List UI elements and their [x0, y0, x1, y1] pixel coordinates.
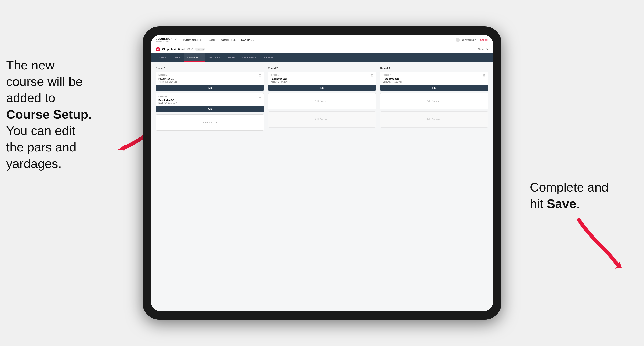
- course-a-label: (Course A): [158, 74, 167, 76]
- round3-course-a-label: (Course A): [383, 74, 392, 76]
- course-a-tee: Yellow (M) (6629 yds): [156, 81, 264, 85]
- tabs-bar: Details Teams Course Setup Tee Groups Re…: [151, 53, 493, 62]
- round-2-add-course-disabled: Add Course +: [268, 111, 376, 128]
- round-1-header: Round 1: [156, 67, 264, 70]
- round3-course-a-header: (Course A) ⊡: [380, 72, 488, 78]
- user-email: blair@clippd.io: [462, 39, 476, 41]
- round-2-add-course-button[interactable]: Add Course +: [268, 93, 376, 109]
- round-1-course-b-card: (Course B) ⊡ East Lake GC Black (M) (689…: [156, 93, 264, 112]
- hosting-badge: Hosting: [195, 48, 205, 51]
- nav-links: TOURNAMENTS TEAMS COMMITTEE RANKINGS: [182, 39, 456, 41]
- tab-printables[interactable]: Printables: [260, 53, 277, 62]
- course-b-name: East Lake GC: [156, 99, 264, 102]
- tab-results[interactable]: Results: [224, 53, 239, 62]
- annotation-right: Complete and hit Save.: [530, 179, 620, 212]
- round2-course-a-name: Peachtree GC: [268, 78, 376, 81]
- rounds-grid: Round 1 (Course A) ⊡ Peachtree GC Yellow…: [156, 67, 488, 307]
- round3-course-a-tee: Yellow (M) (6629 yds): [380, 81, 488, 85]
- round-1-course-b-edit-button[interactable]: Edit: [156, 106, 264, 112]
- course-a-delete-icon[interactable]: ⊡: [259, 74, 261, 77]
- course-a-name: Peachtree GC: [156, 78, 264, 81]
- tournament-name: Clippd Invitational: [162, 48, 185, 51]
- annotation-left: The new course will be added to Course S…: [6, 57, 112, 172]
- nav-rankings[interactable]: RANKINGS: [241, 39, 254, 41]
- arrow-right: [566, 216, 628, 269]
- round-3-course-a-edit-button[interactable]: Edit: [380, 85, 488, 91]
- separator: |: [478, 39, 478, 41]
- tournament-bar: C Clippd Invitational (Men) Hosting Canc…: [151, 45, 493, 53]
- tablet-screen: SCOREBOARD Powered by clippd TOURNAMENTS…: [151, 35, 493, 311]
- course-a-header: (Course A) ⊡: [156, 72, 264, 78]
- round-1-add-course-button[interactable]: Add Course +: [156, 114, 264, 131]
- round-2-course-a-edit-button[interactable]: Edit: [268, 85, 376, 91]
- tablet-device: SCOREBOARD Powered by clippd TOURNAMENTS…: [143, 26, 501, 320]
- course-b-tee: Black (M) (6891 yds): [156, 102, 264, 106]
- round-2-add-course-disabled-text: Add Course +: [314, 118, 330, 121]
- scoreboard-logo: SCOREBOARD Powered by clippd: [156, 37, 177, 42]
- round2-course-a-label: (Course A): [271, 74, 280, 76]
- powered-by: Powered by clippd: [156, 40, 177, 42]
- svg-marker-0: [118, 145, 125, 151]
- tab-teams[interactable]: Teams: [170, 53, 184, 62]
- tab-course-setup[interactable]: Course Setup: [184, 53, 205, 62]
- nav-committee[interactable]: COMMITTEE: [221, 39, 236, 41]
- round-3-header: Round 3: [380, 67, 488, 70]
- round-3-add-course-disabled-text: Add Course +: [427, 118, 442, 121]
- round-2-add-course-text: Add Course +: [314, 100, 330, 103]
- round-2-column: Round 2 (Course A) ⊡ Peachtree GC Yellow…: [268, 67, 376, 307]
- top-nav: SCOREBOARD Powered by clippd TOURNAMENTS…: [151, 35, 493, 45]
- round-3-add-course-button[interactable]: Add Course +: [380, 93, 488, 109]
- main-content: Round 1 (Course A) ⊡ Peachtree GC Yellow…: [151, 62, 493, 311]
- sign-out-link[interactable]: Sign out: [480, 39, 488, 41]
- tab-tee-groups[interactable]: Tee Groups: [205, 53, 224, 62]
- round-2-course-a-card: (Course A) ⊡ Peachtree GC Yellow (M) (66…: [268, 72, 376, 91]
- round-1-course-a-edit-button[interactable]: Edit: [156, 85, 264, 91]
- round-3-add-course-disabled: Add Course +: [380, 111, 488, 128]
- tournament-gender: (Men): [187, 48, 193, 50]
- round2-course-a-delete-icon[interactable]: ⊡: [371, 74, 373, 77]
- round-3-column: Round 3 (Course A) ⊡ Peachtree GC Yellow…: [380, 67, 488, 307]
- tournament-info: C Clippd Invitational (Men) Hosting: [156, 47, 205, 51]
- clippd-icon: C: [156, 47, 160, 51]
- user-avatar: [456, 38, 460, 42]
- round3-course-a-name: Peachtree GC: [380, 78, 488, 81]
- course-b-label: (Course B): [158, 95, 167, 97]
- nav-teams[interactable]: TEAMS: [207, 39, 216, 41]
- brand-name: SCOREBOARD: [156, 37, 177, 40]
- round2-course-a-header: (Course A) ⊡: [268, 72, 376, 78]
- user-area: blair@clippd.io | Sign out: [456, 38, 488, 42]
- round2-course-a-tee: Yellow (M) (6629 yds): [268, 81, 376, 85]
- course-b-header: (Course B) ⊡: [156, 93, 264, 99]
- round-1-column: Round 1 (Course A) ⊡ Peachtree GC Yellow…: [156, 67, 264, 307]
- round-3-add-course-text: Add Course +: [427, 100, 442, 103]
- course-b-delete-icon[interactable]: ⊡: [259, 95, 261, 98]
- round-1-add-course-text: Add Course +: [202, 121, 217, 124]
- round3-course-a-delete-icon[interactable]: ⊡: [483, 74, 486, 77]
- round-3-course-a-card: (Course A) ⊡ Peachtree GC Yellow (M) (66…: [380, 72, 488, 91]
- round-2-header: Round 2: [268, 67, 376, 70]
- round-1-course-a-card: (Course A) ⊡ Peachtree GC Yellow (M) (66…: [156, 72, 264, 91]
- tab-leaderboards[interactable]: Leaderboards: [239, 53, 260, 62]
- cancel-button[interactable]: Cancel ✕: [478, 48, 488, 51]
- nav-tournaments[interactable]: TOURNAMENTS: [182, 39, 202, 41]
- tab-details[interactable]: Details: [156, 53, 170, 62]
